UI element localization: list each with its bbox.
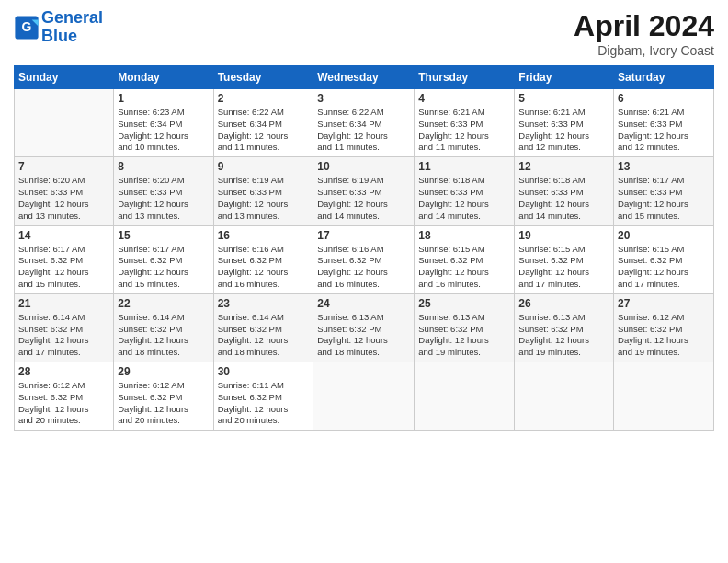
day-info: Sunrise: 6:19 AMSunset: 6:33 PMDaylight:…	[317, 175, 410, 222]
day-info: Sunrise: 6:17 AMSunset: 6:33 PMDaylight:…	[618, 175, 710, 222]
day-number: 21	[18, 297, 109, 310]
day-number: 2	[218, 92, 310, 105]
logo-general: General	[41, 8, 103, 27]
day-info: Sunrise: 6:22 AMSunset: 6:34 PMDaylight:…	[218, 107, 310, 154]
calendar-cell: 14Sunrise: 6:17 AMSunset: 6:32 PMDayligh…	[15, 225, 114, 293]
day-number: 17	[317, 229, 410, 242]
day-number: 12	[518, 160, 609, 173]
day-number: 19	[518, 229, 609, 242]
calendar-cell	[313, 362, 415, 431]
calendar-cell: 6Sunrise: 6:21 AMSunset: 6:33 PMDaylight…	[614, 89, 714, 157]
day-info: Sunrise: 6:21 AMSunset: 6:33 PMDaylight:…	[618, 107, 710, 154]
calendar-cell: 9Sunrise: 6:19 AMSunset: 6:33 PMDaylight…	[213, 157, 313, 225]
calendar-week-row: 28Sunrise: 6:12 AMSunset: 6:32 PMDayligh…	[15, 362, 714, 431]
day-info: Sunrise: 6:14 AMSunset: 6:32 PMDaylight:…	[218, 312, 310, 359]
day-info: Sunrise: 6:17 AMSunset: 6:32 PMDaylight:…	[18, 244, 109, 291]
svg-text:G: G	[22, 19, 32, 34]
day-info: Sunrise: 6:15 AMSunset: 6:32 PMDaylight:…	[618, 244, 710, 291]
calendar-cell: 20Sunrise: 6:15 AMSunset: 6:32 PMDayligh…	[614, 225, 714, 293]
day-info: Sunrise: 6:12 AMSunset: 6:32 PMDaylight:…	[118, 380, 209, 427]
logo: G General Blue	[14, 9, 103, 46]
calendar-cell: 8Sunrise: 6:20 AMSunset: 6:33 PMDaylight…	[114, 157, 213, 225]
calendar-week-row: 14Sunrise: 6:17 AMSunset: 6:32 PMDayligh…	[15, 225, 714, 293]
col-saturday: Saturday	[614, 66, 714, 89]
day-number: 18	[418, 229, 510, 242]
day-number: 16	[218, 229, 310, 242]
calendar-cell	[415, 362, 515, 431]
header: G General Blue April 2024 Digbam, Ivory …	[14, 9, 714, 58]
day-number: 24	[317, 297, 410, 310]
calendar-cell: 19Sunrise: 6:15 AMSunset: 6:32 PMDayligh…	[515, 225, 614, 293]
calendar-cell: 22Sunrise: 6:14 AMSunset: 6:32 PMDayligh…	[114, 293, 213, 362]
col-friday: Friday	[515, 66, 614, 89]
day-number: 23	[218, 297, 310, 310]
day-info: Sunrise: 6:16 AMSunset: 6:32 PMDaylight:…	[218, 244, 310, 291]
title-area: April 2024 Digbam, Ivory Coast	[574, 9, 714, 58]
col-thursday: Thursday	[415, 66, 515, 89]
calendar-cell: 12Sunrise: 6:18 AMSunset: 6:33 PMDayligh…	[515, 157, 614, 225]
calendar-cell	[15, 89, 114, 157]
day-info: Sunrise: 6:19 AMSunset: 6:33 PMDaylight:…	[218, 175, 310, 222]
day-info: Sunrise: 6:11 AMSunset: 6:32 PMDaylight:…	[218, 380, 310, 427]
day-info: Sunrise: 6:15 AMSunset: 6:32 PMDaylight:…	[518, 244, 609, 291]
col-wednesday: Wednesday	[313, 66, 415, 89]
calendar-table: Sunday Monday Tuesday Wednesday Thursday…	[14, 65, 714, 431]
day-number: 3	[317, 92, 410, 105]
day-number: 1	[118, 92, 209, 105]
calendar-cell: 23Sunrise: 6:14 AMSunset: 6:32 PMDayligh…	[213, 293, 313, 362]
day-info: Sunrise: 6:17 AMSunset: 6:32 PMDaylight:…	[118, 244, 209, 291]
day-info: Sunrise: 6:18 AMSunset: 6:33 PMDaylight:…	[518, 175, 609, 222]
logo-icon: G	[14, 15, 40, 40]
day-info: Sunrise: 6:20 AMSunset: 6:33 PMDaylight:…	[18, 175, 109, 222]
day-number: 29	[118, 365, 209, 378]
day-info: Sunrise: 6:22 AMSunset: 6:34 PMDaylight:…	[317, 107, 410, 154]
month-title: April 2024	[574, 9, 714, 43]
day-number: 6	[618, 92, 710, 105]
day-info: Sunrise: 6:14 AMSunset: 6:32 PMDaylight:…	[118, 312, 209, 359]
calendar-cell: 13Sunrise: 6:17 AMSunset: 6:33 PMDayligh…	[614, 157, 714, 225]
day-number: 25	[418, 297, 510, 310]
day-number: 9	[218, 160, 310, 173]
calendar-cell: 24Sunrise: 6:13 AMSunset: 6:32 PMDayligh…	[313, 293, 415, 362]
calendar-cell: 16Sunrise: 6:16 AMSunset: 6:32 PMDayligh…	[213, 225, 313, 293]
day-info: Sunrise: 6:12 AMSunset: 6:32 PMDaylight:…	[618, 312, 710, 359]
calendar-cell: 3Sunrise: 6:22 AMSunset: 6:34 PMDaylight…	[313, 89, 415, 157]
day-number: 10	[317, 160, 410, 173]
calendar-cell: 21Sunrise: 6:14 AMSunset: 6:32 PMDayligh…	[15, 293, 114, 362]
calendar-cell: 4Sunrise: 6:21 AMSunset: 6:33 PMDaylight…	[415, 89, 515, 157]
day-info: Sunrise: 6:23 AMSunset: 6:34 PMDaylight:…	[118, 107, 209, 154]
logo-text: General Blue	[41, 9, 103, 46]
day-info: Sunrise: 6:15 AMSunset: 6:32 PMDaylight:…	[418, 244, 510, 291]
day-info: Sunrise: 6:12 AMSunset: 6:32 PMDaylight:…	[18, 380, 109, 427]
day-number: 20	[618, 229, 710, 242]
day-number: 5	[518, 92, 609, 105]
day-info: Sunrise: 6:21 AMSunset: 6:33 PMDaylight:…	[418, 107, 510, 154]
day-info: Sunrise: 6:13 AMSunset: 6:32 PMDaylight:…	[518, 312, 609, 359]
calendar-cell: 15Sunrise: 6:17 AMSunset: 6:32 PMDayligh…	[114, 225, 213, 293]
day-info: Sunrise: 6:13 AMSunset: 6:32 PMDaylight:…	[317, 312, 410, 359]
calendar-cell: 7Sunrise: 6:20 AMSunset: 6:33 PMDaylight…	[15, 157, 114, 225]
calendar-cell: 28Sunrise: 6:12 AMSunset: 6:32 PMDayligh…	[15, 362, 114, 431]
day-number: 4	[418, 92, 510, 105]
col-monday: Monday	[114, 66, 213, 89]
calendar-cell: 26Sunrise: 6:13 AMSunset: 6:32 PMDayligh…	[515, 293, 614, 362]
calendar-cell: 27Sunrise: 6:12 AMSunset: 6:32 PMDayligh…	[614, 293, 714, 362]
calendar-cell	[614, 362, 714, 431]
day-info: Sunrise: 6:20 AMSunset: 6:33 PMDaylight:…	[118, 175, 209, 222]
calendar-cell: 17Sunrise: 6:16 AMSunset: 6:32 PMDayligh…	[313, 225, 415, 293]
day-info: Sunrise: 6:21 AMSunset: 6:33 PMDaylight:…	[518, 107, 609, 154]
day-number: 7	[18, 160, 109, 173]
location-subtitle: Digbam, Ivory Coast	[574, 43, 714, 58]
page: G General Blue April 2024 Digbam, Ivory …	[0, 0, 728, 563]
calendar-cell: 29Sunrise: 6:12 AMSunset: 6:32 PMDayligh…	[114, 362, 213, 431]
col-tuesday: Tuesday	[213, 66, 313, 89]
day-number: 11	[418, 160, 510, 173]
calendar-cell	[515, 362, 614, 431]
day-number: 8	[118, 160, 209, 173]
day-number: 15	[118, 229, 209, 242]
calendar-header-row: Sunday Monday Tuesday Wednesday Thursday…	[15, 66, 714, 89]
calendar-cell: 10Sunrise: 6:19 AMSunset: 6:33 PMDayligh…	[313, 157, 415, 225]
calendar-cell: 30Sunrise: 6:11 AMSunset: 6:32 PMDayligh…	[213, 362, 313, 431]
calendar-week-row: 1Sunrise: 6:23 AMSunset: 6:34 PMDaylight…	[15, 89, 714, 157]
day-number: 27	[618, 297, 710, 310]
